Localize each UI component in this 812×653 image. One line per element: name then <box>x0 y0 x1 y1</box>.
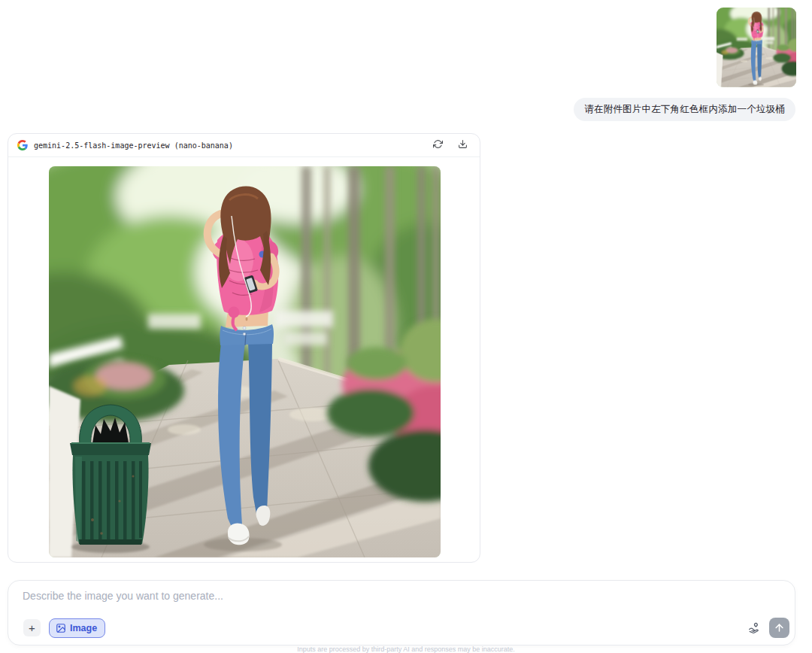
hand-heart-button[interactable] <box>746 619 763 636</box>
hand-heart-icon <box>747 621 762 635</box>
model-label: gemini-2.5-flash-image-preview (nano-ban… <box>34 141 233 150</box>
composer: + Image <box>8 580 795 645</box>
attachment-image <box>717 8 796 87</box>
response-card-header: gemini-2.5-flash-image-preview (nano-ban… <box>8 134 480 157</box>
download-button[interactable] <box>456 138 469 153</box>
assistant-response-card: gemini-2.5-flash-image-preview (nano-ban… <box>8 133 480 563</box>
prompt-input[interactable] <box>23 590 697 612</box>
download-icon <box>458 139 468 151</box>
user-message-text: 请在附件图片中左下角红色框内添加一个垃圾桶 <box>584 103 785 116</box>
arrow-up-icon <box>774 622 785 633</box>
send-button[interactable] <box>769 618 789 638</box>
image-mode-button[interactable]: Image <box>49 618 105 638</box>
image-button-label: Image <box>70 623 97 633</box>
regenerate-button[interactable] <box>432 138 444 153</box>
user-attachment-thumbnail[interactable] <box>717 8 796 87</box>
image-icon <box>56 623 66 633</box>
generated-image[interactable] <box>49 166 441 557</box>
response-card-body <box>8 157 480 557</box>
composer-toolbar: + Image <box>23 618 789 638</box>
user-message-bubble: 请在附件图片中左下角红色框内添加一个垃圾桶 <box>574 98 795 121</box>
refresh-icon <box>433 139 443 151</box>
google-g-icon <box>17 140 28 150</box>
disclaimer-text: Inputs are processed by third-party AI a… <box>0 645 812 653</box>
add-attachment-button[interactable]: + <box>23 619 41 636</box>
